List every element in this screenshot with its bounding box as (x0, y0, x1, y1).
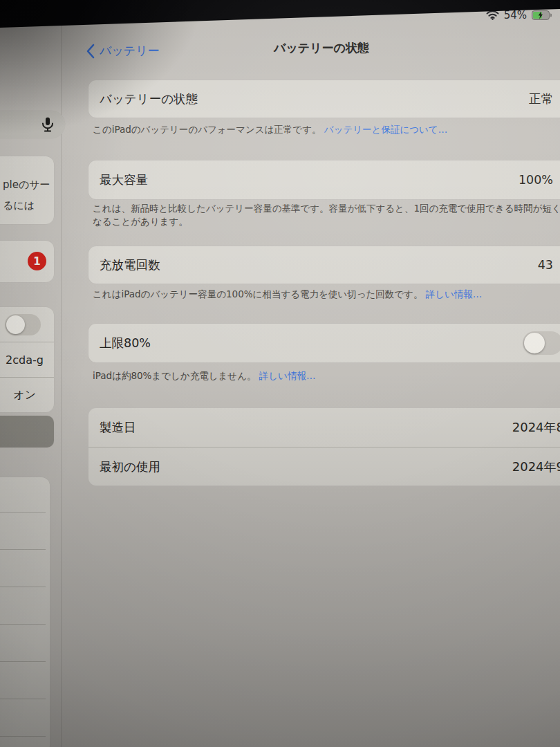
row-divider (0, 736, 46, 737)
sidebar-search-field[interactable] (0, 111, 65, 138)
row-divider (0, 549, 46, 550)
row-charge-limit: 上限80% (88, 324, 560, 362)
row-label: 上限80% (88, 335, 151, 351)
row-divider (0, 699, 46, 699)
learn-more-link[interactable]: 詳しい情報… (426, 288, 483, 299)
settings-screen: 54% pleのサー るには (0, 0, 560, 747)
row-battery-health: バッテリーの状態 正常 (88, 80, 560, 118)
signin-text-line: るには (0, 195, 54, 216)
footer-charge-limit: iPadは約80%までしか充電しません。 詳しい情報… (93, 369, 560, 382)
signin-text-line: pleのサー (0, 174, 54, 195)
battery-warranty-link[interactable]: バッテリーと保証について… (324, 124, 447, 135)
toggle-knob (6, 315, 25, 334)
sidebar-row-wifi[interactable]: 2cda-g (0, 342, 54, 377)
footer-maximum-capacity: これは、新品時と比較したバッテリー容量の基準です。容量が低下すると、1回の充電で… (93, 202, 560, 228)
dictation-mic-icon[interactable] (39, 116, 57, 133)
footer-text: これは、新品時と比較したバッテリー容量の基準です。容量が低下すると、1回の充電で… (93, 203, 560, 227)
row-value: 2024年8月 (512, 419, 560, 436)
sidebar-toggle-off[interactable] (5, 314, 41, 335)
sidebar-group-bottom[interactable] (0, 477, 50, 747)
sidebar-item-with-badge[interactable]: 1 (0, 241, 54, 282)
row-divider (0, 624, 46, 625)
battery-percent-label: 54% (504, 9, 527, 21)
row-value: 正常 (529, 91, 560, 107)
toggle-knob (524, 333, 545, 353)
row-value: 43 (538, 258, 560, 272)
photo-stage: 54% pleのサー るには (0, 0, 560, 747)
footer-text: このiPadのバッテリーのパフォーマンスは正常です。 (93, 124, 321, 135)
row-divider (0, 512, 46, 513)
row-label: 最大容量 (88, 172, 148, 188)
sidebar-item-battery-selected[interactable] (0, 416, 54, 448)
sidebar-row-toggle (0, 307, 54, 342)
row-label: 製造日 (88, 419, 136, 436)
chevron-left-icon (86, 44, 95, 59)
status-bar: 54% (486, 9, 552, 21)
row-value: 2024年9月 (512, 459, 560, 475)
sidebar-signin-banner[interactable]: pleのサー るには (0, 156, 54, 224)
wifi-icon (486, 10, 499, 20)
notification-badge: 1 (28, 252, 46, 270)
learn-more-link[interactable]: 詳しい情報… (259, 370, 316, 381)
charge-limit-toggle-off[interactable] (523, 331, 560, 355)
footer-text: iPadは約80%までしか充電しません。 (93, 370, 256, 381)
row-value: 100% (519, 173, 560, 187)
row-divider (0, 587, 46, 587)
row-label: 充放電回数 (88, 257, 160, 273)
row-cycle-count: 充放電回数 43 (88, 246, 560, 284)
footer-battery-health: このiPadのバッテリーのパフォーマンスは正常です。 バッテリーと保証について… (93, 123, 560, 136)
sidebar-row-value: 2cda-g (6, 353, 44, 367)
page-title: バッテリーの状態 (111, 40, 532, 56)
row-first-use-date: 最初の使用 2024年9月 (88, 447, 560, 486)
device-info-group: 製造日 2024年8月 最初の使用 2024年9月 (88, 408, 560, 486)
sidebar-group: 2cda-g オン (0, 307, 54, 412)
footer-cycle-count: これはiPadのバッテリー容量の100%に相当する電力を使い切った回数です。 詳… (93, 288, 560, 301)
row-maximum-capacity: 最大容量 100% (88, 160, 560, 199)
sidebar-row-bluetooth[interactable]: オン (0, 377, 54, 412)
footer-text: これはiPadのバッテリー容量の100%に相当する電力を使い切った回数です。 (93, 288, 422, 299)
row-manufacture-date: 製造日 2024年8月 (88, 408, 560, 447)
row-label: バッテリーの状態 (88, 91, 198, 107)
row-label: 最初の使用 (88, 459, 160, 475)
sidebar-row-value: オン (13, 388, 36, 403)
battery-charging-icon (532, 10, 552, 20)
row-divider (0, 661, 46, 662)
